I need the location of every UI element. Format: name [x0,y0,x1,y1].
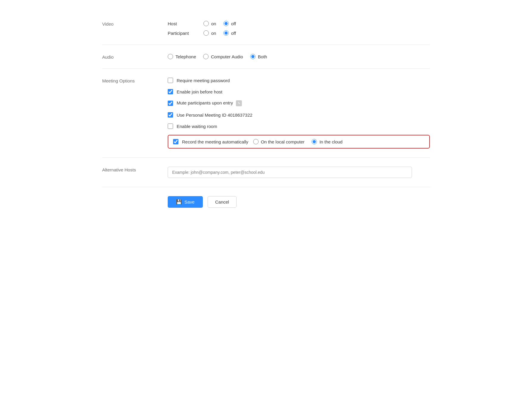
both-radio[interactable] [250,54,256,59]
host-off-radio[interactable] [223,21,229,26]
require-password-option[interactable]: Require meeting password [168,78,430,83]
both-option[interactable]: Both [250,54,267,59]
mute-info-icon: ✎ [236,100,242,106]
audio-content: Telephone Computer Audio Both [168,54,430,59]
mute-participants-checkbox[interactable] [168,101,173,106]
host-row: Host on off [168,21,430,26]
participant-label: Participant [168,31,203,36]
host-off-label: off [231,21,236,26]
in-the-cloud-label: In the cloud [319,139,343,144]
computer-audio-option[interactable]: Computer Audio [203,54,243,59]
alternative-hosts-section: Alternative Hosts [102,158,430,187]
telephone-label: Telephone [175,54,196,59]
cancel-button[interactable]: Cancel [208,196,237,208]
in-the-cloud-option[interactable]: In the cloud [312,139,343,144]
audio-radio-group: Telephone Computer Audio Both [168,54,430,59]
video-content: Host on off Participant [168,21,430,36]
telephone-radio[interactable] [168,54,173,59]
participant-off-radio[interactable] [223,30,229,36]
local-computer-label: On the local computer [261,139,305,144]
local-computer-radio[interactable] [253,139,259,144]
save-label: Save [184,199,195,204]
host-on-radio[interactable] [203,21,209,26]
enable-waiting-room-option[interactable]: Enable waiting room [168,124,430,129]
telephone-option[interactable]: Telephone [168,54,196,59]
action-buttons: 💾 Save Cancel [102,187,430,214]
participant-row: Participant on off [168,30,430,36]
computer-audio-radio[interactable] [203,54,209,59]
participant-off-label: off [231,31,236,36]
require-password-label: Require meeting password [177,78,230,83]
alternative-hosts-input[interactable] [168,167,412,178]
enable-waiting-room-label: Enable waiting room [177,124,217,129]
mute-participants-label: Mute participants upon entry ✎ [177,100,242,106]
audio-section: Audio Telephone Computer Audio Both [102,45,430,68]
alternative-hosts-content [168,167,430,178]
save-button[interactable]: 💾 Save [168,196,203,208]
participant-on-label: on [211,31,216,36]
video-rows: Host on off Participant [168,21,430,36]
host-on-option[interactable]: on [203,21,216,26]
both-label: Both [258,54,267,59]
participant-off-option[interactable]: off [223,30,236,36]
record-auto-option[interactable]: Record the meeting automatically [173,139,248,144]
mute-participants-option[interactable]: Mute participants upon entry ✎ [168,100,430,106]
meeting-options-label: Meeting Options [102,78,168,83]
audio-label: Audio [102,54,168,60]
personal-meeting-id-checkbox[interactable] [168,112,173,118]
record-auto-checkbox[interactable] [173,139,178,144]
alternative-hosts-label: Alternative Hosts [102,167,168,172]
save-icon: 💾 [176,199,182,205]
participant-on-radio[interactable] [203,30,209,36]
host-label: Host [168,21,203,26]
in-the-cloud-radio[interactable] [312,139,317,144]
computer-audio-label: Computer Audio [211,54,243,59]
cancel-label: Cancel [215,199,229,204]
participant-radio-group: on off [203,30,236,36]
record-location-options: On the local computer In the cloud [253,139,343,144]
record-section-highlighted: Record the meeting automatically On the … [168,135,430,149]
participant-on-option[interactable]: on [203,30,216,36]
host-radio-group: on off [203,21,236,26]
settings-container: Video Host on off [102,12,430,214]
host-on-label: on [211,21,216,26]
checkbox-group: Require meeting password Enable join bef… [168,78,430,149]
video-section: Video Host on off [102,12,430,45]
meeting-options-section: Meeting Options Require meeting password… [102,69,430,157]
enable-join-before-host-checkbox[interactable] [168,89,173,94]
local-computer-option[interactable]: On the local computer [253,139,305,144]
host-off-option[interactable]: off [223,21,236,26]
require-password-checkbox[interactable] [168,78,173,83]
enable-waiting-room-checkbox[interactable] [168,124,173,129]
personal-meeting-id-label: Use Personal Meeting ID 4018637322 [177,112,252,118]
enable-join-before-host-label: Enable join before host [177,89,222,94]
meeting-options-content: Require meeting password Enable join bef… [168,78,430,149]
personal-meeting-id-option[interactable]: Use Personal Meeting ID 4018637322 [168,112,430,118]
video-label: Video [102,21,168,26]
enable-join-before-host-option[interactable]: Enable join before host [168,89,430,94]
record-auto-label: Record the meeting automatically [182,139,248,144]
